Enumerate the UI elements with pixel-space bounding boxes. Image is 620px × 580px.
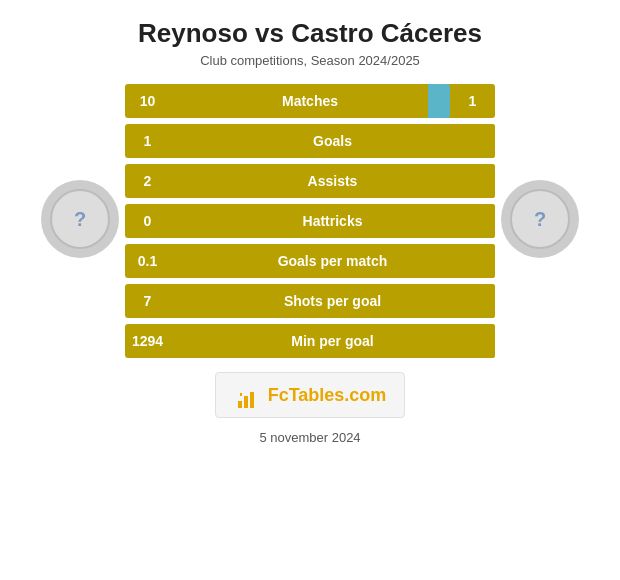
logo-area: FcTables.com bbox=[215, 372, 406, 418]
player-left-inner-circle: ? bbox=[50, 189, 110, 249]
stat-label: Shots per goal bbox=[170, 293, 495, 309]
svg-rect-2 bbox=[250, 392, 254, 408]
stat-row-shots-per-goal: 7Shots per goal bbox=[125, 284, 495, 318]
svg-rect-0 bbox=[238, 401, 242, 408]
stat-row-hattricks: 0Hattricks bbox=[125, 204, 495, 238]
player-left-outer-circle: ? bbox=[41, 180, 119, 258]
stat-row-matches: 10Matches1 bbox=[125, 84, 495, 118]
stat-label: Hattricks bbox=[170, 213, 495, 229]
stat-bar-area: Matches bbox=[170, 84, 450, 118]
stat-bar-area: Assists bbox=[170, 164, 495, 198]
stat-bar-area: Min per goal bbox=[170, 324, 495, 358]
logo-tables: Tables.com bbox=[289, 385, 387, 405]
stat-row-goals-per-match: 0.1Goals per match bbox=[125, 244, 495, 278]
stat-label: Min per goal bbox=[170, 333, 495, 349]
logo-fc: Fc bbox=[268, 385, 289, 405]
stat-row-assists: 2Assists bbox=[125, 164, 495, 198]
player-right: ? bbox=[495, 180, 585, 262]
stat-left-value: 2 bbox=[125, 173, 170, 189]
stat-row-min-per-goal: 1294Min per goal bbox=[125, 324, 495, 358]
stat-bar-area: Goals per match bbox=[170, 244, 495, 278]
player-right-outer-circle: ? bbox=[501, 180, 579, 258]
stat-left-value: 7 bbox=[125, 293, 170, 309]
stats-container: 10Matches11Goals2Assists0Hattricks0.1Goa… bbox=[125, 84, 495, 358]
stat-label: Matches bbox=[170, 93, 450, 109]
stat-left-value: 1 bbox=[125, 133, 170, 149]
logo-text: FcTables.com bbox=[268, 385, 387, 406]
player-right-inner-circle: ? bbox=[510, 189, 570, 249]
stat-label: Goals bbox=[170, 133, 495, 149]
stat-right-value: 1 bbox=[450, 93, 495, 109]
stat-bar-area: Goals bbox=[170, 124, 495, 158]
logo-icon bbox=[234, 381, 262, 409]
page-title: Reynoso vs Castro Cáceres bbox=[20, 18, 600, 49]
stat-left-value: 0 bbox=[125, 213, 170, 229]
stat-label: Assists bbox=[170, 173, 495, 189]
svg-rect-1 bbox=[244, 396, 248, 408]
svg-rect-3 bbox=[240, 393, 242, 396]
player-left: ? bbox=[35, 180, 125, 262]
stat-left-value: 0.1 bbox=[125, 253, 170, 269]
player-right-icon: ? bbox=[534, 208, 546, 231]
main-content: ? 10Matches11Goals2Assists0Hattricks0.1G… bbox=[0, 74, 620, 358]
subtitle: Club competitions, Season 2024/2025 bbox=[20, 53, 600, 68]
player-left-icon: ? bbox=[74, 208, 86, 231]
stat-left-value: 10 bbox=[125, 93, 170, 109]
header: Reynoso vs Castro Cáceres Club competiti… bbox=[0, 0, 620, 74]
stat-left-value: 1294 bbox=[125, 333, 170, 349]
stat-label: Goals per match bbox=[170, 253, 495, 269]
stat-bar-area: Shots per goal bbox=[170, 284, 495, 318]
stat-bar-area: Hattricks bbox=[170, 204, 495, 238]
footer-date: 5 november 2024 bbox=[259, 430, 360, 445]
stat-row-goals: 1Goals bbox=[125, 124, 495, 158]
